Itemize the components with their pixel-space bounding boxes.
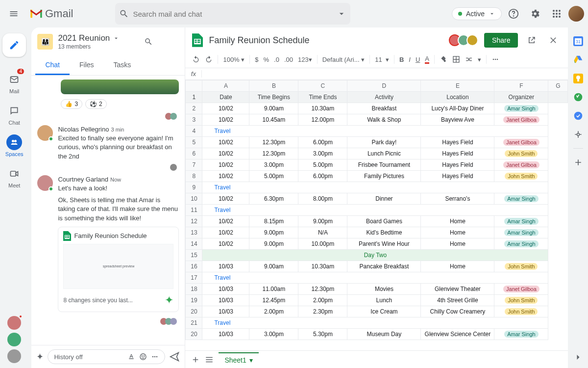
cell[interactable]: Day Two (202, 250, 548, 261)
row-header[interactable]: 14 (186, 238, 202, 250)
row-header[interactable]: 9 (186, 182, 202, 193)
drive-app-icon[interactable] (573, 55, 583, 65)
col-header[interactable]: E (421, 80, 494, 92)
cell[interactable]: 6.30pm (249, 193, 298, 205)
cell[interactable]: Serrano's (421, 193, 494, 205)
cell[interactable]: Janet Gilboa (494, 114, 548, 126)
cell[interactable]: Movies (347, 284, 421, 295)
gmail-logo[interactable]: Gmail (29, 7, 73, 20)
text-color-icon[interactable]: A (425, 55, 429, 64)
cell[interactable]: Hayes Field (421, 148, 494, 159)
row-header[interactable]: 2 (186, 103, 202, 114)
share-button[interactable]: Share (484, 33, 518, 48)
cell[interactable]: N/A (298, 227, 347, 238)
calendar-app-icon[interactable]: 31 (573, 36, 583, 46)
cell[interactable]: Hayes Field (421, 171, 494, 182)
cell[interactable]: Frisbee Tournament (347, 159, 421, 171)
cell[interactable]: Lucy's All-Day Diner (421, 103, 494, 114)
search-input[interactable] (133, 10, 337, 18)
fill-color-icon[interactable] (440, 55, 447, 63)
cell[interactable]: 9.00pm (298, 216, 347, 227)
add-sheet-icon[interactable] (191, 355, 200, 364)
cell[interactable]: Park day! (347, 137, 421, 148)
cell[interactable]: Hayes Field (421, 137, 494, 148)
cell[interactable]: Parent's Wine Hour (347, 238, 421, 250)
cell[interactable]: Glenview Science Center (421, 329, 494, 340)
cell[interactable]: Time Begins (249, 92, 298, 103)
cell[interactable]: Amar Singh (494, 238, 548, 250)
row-header[interactable]: 11 (186, 205, 202, 216)
cell[interactable]: Amar Singh (494, 227, 548, 238)
cell[interactable]: Date (202, 92, 249, 103)
italic-icon[interactable]: I (409, 56, 411, 63)
sheets-doc-title[interactable]: Family Reunion Schedule (209, 35, 446, 46)
cell[interactable]: John Smith (494, 148, 548, 159)
nav-chat[interactable]: Chat (0, 99, 28, 130)
sheet-tab[interactable]: Sheet1 ▾ (219, 352, 258, 367)
redo-icon[interactable] (205, 55, 213, 63)
row-header[interactable]: 19 (186, 295, 202, 306)
cell[interactable]: 2.00pm (249, 306, 298, 317)
cell[interactable]: Travel (202, 205, 548, 216)
cell[interactable]: Chilly Cow Creamery (421, 306, 494, 317)
col-header[interactable]: A (202, 80, 249, 92)
cell[interactable]: 10/02 (202, 159, 249, 171)
currency-icon[interactable]: $ (255, 56, 258, 63)
apps-button[interactable] (547, 4, 566, 24)
sheets-attachment-card[interactable]: Family Reunion Schedule spreadsheet prev… (58, 227, 179, 313)
cell[interactable]: Walk & Shop (347, 114, 421, 126)
cell[interactable]: Family Pictures (347, 171, 421, 182)
keep-app-icon[interactable] (573, 74, 583, 83)
cell[interactable]: Time Ends (298, 92, 347, 103)
row-header[interactable]: 1 (186, 92, 202, 103)
more-toolbar-icon[interactable] (491, 55, 499, 63)
cell[interactable]: Lunch Picnic (347, 148, 421, 159)
row-header[interactable]: 17 (186, 272, 202, 284)
cell[interactable]: 10.00pm (298, 238, 347, 250)
row-header[interactable]: 8 (186, 171, 202, 182)
collaborator-avatars[interactable] (452, 34, 478, 46)
cell[interactable]: 10/02 (202, 171, 249, 182)
cell[interactable]: 10/02 (202, 216, 249, 227)
dm-avatar-1[interactable] (7, 316, 21, 330)
image-attachment[interactable] (61, 79, 179, 94)
cell[interactable]: John Smith (494, 306, 548, 317)
all-sheets-icon[interactable] (205, 355, 214, 364)
cell[interactable]: Activity (347, 92, 421, 103)
cell[interactable]: Amar Singh (494, 103, 548, 114)
spreadsheet-grid[interactable]: ABCDEFG1DateTime BeginsTime EndsActivity… (185, 80, 568, 350)
inc-decimal-icon[interactable]: .00 (284, 56, 293, 63)
cell[interactable]: 9.00am (249, 261, 298, 272)
cell[interactable]: John Smith (494, 171, 548, 182)
cell[interactable]: 9.00pm (249, 238, 298, 250)
cell[interactable]: 8.15pm (249, 216, 298, 227)
cell[interactable]: Janet Gilboa (494, 137, 548, 148)
number-format-select[interactable]: 123▾ (298, 56, 312, 63)
cell[interactable]: 12.30pm (298, 284, 347, 295)
borders-icon[interactable] (452, 55, 460, 63)
cell[interactable]: 5.00pm (298, 159, 347, 171)
bold-icon[interactable]: B (399, 56, 404, 63)
tab-files[interactable]: Files (70, 56, 104, 75)
format-icon[interactable] (127, 353, 135, 361)
cell[interactable]: Kid's Bedtime (347, 227, 421, 238)
col-header[interactable]: G (548, 80, 568, 92)
fontsize-select[interactable]: 11 ▾ (375, 56, 389, 63)
smart-compose-icon[interactable]: ✦ (36, 351, 44, 362)
cell[interactable]: 6.00pm (298, 137, 347, 148)
close-button[interactable] (545, 32, 561, 48)
search-dropdown-icon[interactable] (337, 9, 346, 19)
cell[interactable]: 9.00am (249, 103, 298, 114)
merge-icon[interactable] (465, 55, 473, 63)
chevron-down-icon[interactable] (113, 35, 120, 42)
cell[interactable]: John Smith (494, 261, 548, 272)
dm-avatar-3[interactable] (7, 349, 21, 363)
col-header[interactable]: D (347, 80, 421, 92)
dm-avatar-2[interactable] (7, 333, 21, 346)
row-header[interactable]: 3 (186, 114, 202, 126)
nav-mail[interactable]: 4 Mail (0, 68, 28, 98)
cell[interactable]: 12.30pm (249, 137, 298, 148)
cell[interactable]: 10/02 (202, 193, 249, 205)
cell[interactable]: 3.00pm (249, 159, 298, 171)
addons-app-icon[interactable] (573, 130, 583, 139)
